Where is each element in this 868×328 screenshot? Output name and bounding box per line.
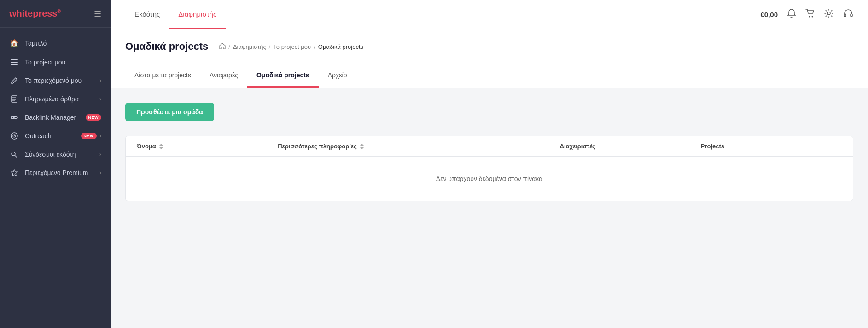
- sidebar-item-dashboard[interactable]: 🏠 Ταμπλό: [0, 33, 111, 53]
- link-icon: [9, 114, 19, 121]
- tab-group[interactable]: Ομαδικά projects: [247, 64, 319, 88]
- sidebar-item-label: Το περιεχόμενό μου: [25, 77, 99, 84]
- sidebar-item-publisher-links[interactable]: Σύνδεσμοι εκδότη ›: [0, 145, 111, 164]
- chevron-right-icon: ›: [99, 133, 101, 139]
- logo: whitepress®: [9, 8, 61, 19]
- chevron-right-icon: ›: [99, 151, 101, 158]
- headset-icon[interactable]: [843, 8, 853, 21]
- sidebar-item-myproject[interactable]: Το project μου: [0, 53, 111, 71]
- breadcrumb-advertiser[interactable]: Διαφημιστής: [233, 43, 266, 50]
- tab-list[interactable]: Λίστα με τα projects: [125, 64, 200, 88]
- sort-icon-info[interactable]: [360, 143, 364, 150]
- topbar-right: €0,00: [760, 8, 853, 21]
- table-empty-message: Δεν υπάρχουν δεδομένα στον πίνακα: [126, 157, 853, 201]
- col-header-managers: Διαχειριστές: [560, 143, 701, 150]
- breadcrumb-sep: /: [314, 43, 315, 50]
- sidebar-item-label: Backlink Manager: [25, 114, 83, 121]
- table-header: Όνομα Περισσότερες πληροφορίες Διαχειρισ…: [126, 136, 853, 157]
- price-display: €0,00: [760, 11, 778, 18]
- main-content: Προσθέστε μια ομάδα Όνομα Περισσότερες π…: [111, 88, 868, 216]
- svg-point-15: [809, 16, 810, 18]
- sidebar-item-label: Πληρωμένα άρθρα: [25, 95, 99, 103]
- tab-archive[interactable]: Αρχείο: [319, 64, 356, 88]
- badge-new: NEW: [86, 114, 102, 121]
- tab-publisher[interactable]: Εκδότης: [125, 0, 169, 29]
- settings-icon[interactable]: [824, 8, 834, 21]
- key-icon: [9, 151, 19, 158]
- cart-icon[interactable]: [805, 9, 815, 20]
- page-title: Ομαδικά projects: [125, 41, 208, 53]
- list-icon: [9, 59, 19, 65]
- col-header-info: Περισσότερες πληροφορίες: [278, 143, 559, 150]
- sidebar-item-label: Το project μου: [25, 59, 101, 66]
- tab-reports[interactable]: Αναφορές: [200, 64, 247, 88]
- badge-new: NEW: [81, 133, 97, 139]
- sort-icon-name[interactable]: [159, 143, 163, 150]
- topbar-tabs: Εκδότης Διαφημιστής: [125, 0, 760, 29]
- document-icon: [9, 95, 19, 103]
- col-header-name: Όνομα: [137, 143, 278, 150]
- sidebar-item-label: Σύνδεσμοι εκδότη: [25, 151, 99, 158]
- svg-rect-0: [11, 59, 18, 60]
- sidebar-nav: 🏠 Ταμπλό Το project μου Το περιεχόμενό μ…: [0, 28, 111, 328]
- col-header-projects: Projects: [701, 143, 842, 150]
- bell-icon[interactable]: [787, 8, 796, 21]
- svg-point-16: [812, 16, 813, 18]
- home-breadcrumb-icon[interactable]: [219, 43, 226, 51]
- breadcrumb-sep: /: [228, 43, 230, 50]
- logo-white: white: [9, 8, 33, 18]
- sidebar-item-label: Outreach: [25, 132, 78, 140]
- data-table: Όνομα Περισσότερες πληροφορίες Διαχειρισ…: [125, 136, 853, 201]
- chevron-right-icon: ›: [99, 170, 101, 176]
- page-header: Ομαδικά projects / Διαφημιστής / Το proj…: [111, 29, 868, 64]
- svg-marker-14: [11, 170, 17, 176]
- svg-point-12: [12, 152, 15, 156]
- svg-point-17: [827, 12, 830, 15]
- chevron-right-icon: ›: [99, 96, 101, 102]
- svg-rect-19: [851, 14, 852, 17]
- tab-advertiser[interactable]: Διαφημιστής: [169, 0, 226, 29]
- sidebar-item-paidarticles[interactable]: Πληρωμένα άρθρα ›: [0, 90, 111, 108]
- logo-sup: ®: [58, 9, 61, 14]
- svg-rect-1: [11, 62, 18, 63]
- sidebar-item-outreach[interactable]: Outreach NEW ›: [0, 127, 111, 145]
- add-group-button[interactable]: Προσθέστε μια ομάδα: [125, 103, 214, 121]
- sidebar-item-label: Περιεχόμενο Premium: [25, 169, 99, 176]
- content-area: Ομαδικά projects / Διαφημιστής / Το proj…: [111, 29, 868, 328]
- breadcrumb-sep: /: [269, 43, 271, 50]
- sidebar-item-backlink[interactable]: Backlink Manager NEW: [0, 108, 111, 127]
- svg-rect-2: [11, 64, 18, 65]
- sidebar-item-label: Ταμπλό: [25, 40, 101, 47]
- breadcrumb-current: Ομαδικά projects: [318, 43, 363, 50]
- sidebar: whitepress® ☰ 🏠 Ταμπλό Το project μου Το…: [0, 0, 111, 328]
- logo-colored: press: [33, 8, 57, 18]
- main-area: Εκδότης Διαφημιστής €0,00 Ομαδικά projec…: [111, 0, 868, 328]
- star-icon: [9, 169, 19, 176]
- breadcrumb: / Διαφημιστής / Το project μου / Ομαδικά…: [219, 43, 363, 51]
- svg-line-13: [15, 155, 17, 158]
- sidebar-item-premium[interactable]: Περιεχόμενο Premium ›: [0, 164, 111, 182]
- topbar: Εκδότης Διαφημιστής €0,00: [111, 0, 868, 29]
- svg-rect-18: [844, 14, 846, 17]
- sidebar-item-mycontent[interactable]: Το περιεχόμενό μου ›: [0, 71, 111, 90]
- chevron-right-icon: ›: [99, 77, 101, 84]
- sidebar-header: whitepress® ☰: [0, 0, 111, 28]
- svg-point-11: [14, 135, 15, 136]
- hamburger-icon[interactable]: ☰: [94, 9, 101, 19]
- outreach-icon: [9, 132, 19, 140]
- edit-icon: [9, 77, 19, 84]
- home-icon: 🏠: [9, 39, 19, 47]
- tab-navigation: Λίστα με τα projects Αναφορές Ομαδικά pr…: [111, 64, 868, 88]
- breadcrumb-myproject[interactable]: Το project μου: [273, 43, 311, 50]
